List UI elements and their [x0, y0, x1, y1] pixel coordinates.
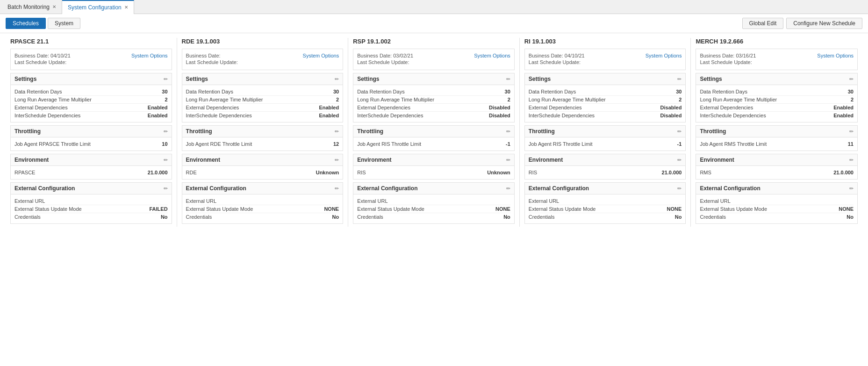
environment-title-3: Environment — [529, 157, 563, 163]
throttling-edit-icon-3[interactable]: ✏ — [677, 129, 681, 135]
schedule-column-3: RI 19.1.003Business Date: 04/10/21System… — [520, 38, 691, 227]
throttling-header-1: Throttling✏ — [182, 126, 343, 137]
settings-row-1-3: InterSchedule DependenciesEnabled — [186, 112, 339, 119]
settings-edit-icon-2[interactable]: ✏ — [506, 76, 510, 82]
settings-edit-icon-4[interactable]: ✏ — [849, 76, 854, 82]
settings-row-2-0: Data Retention Days30 — [357, 88, 510, 96]
external-config-title-1: External Configuration — [186, 185, 246, 192]
throttling-edit-icon-0[interactable]: ✏ — [164, 129, 168, 135]
settings-row-0-1: Long Run Average Time Multiplier2 — [14, 96, 168, 104]
settings-block-0: Settings✏Data Retention Days30Long Run A… — [10, 73, 172, 122]
tab-system-configuration-close[interactable]: ✕ — [124, 5, 128, 10]
settings-title-4: Settings — [700, 76, 722, 82]
external-config-block-2: External Configuration✏External URLExter… — [353, 182, 515, 224]
environment-title-1: Environment — [186, 157, 220, 163]
settings-row-value-3-3: Disabled — [660, 113, 682, 118]
settings-row-0-2: External DependenciesEnabled — [14, 104, 168, 112]
system-options-link-0[interactable]: System Options — [131, 53, 168, 58]
throttling-row-label-3-0: Job Agent RIS Throttle Limit — [529, 141, 593, 147]
schedule-column-2: RSP 19.1.002Business Date: 03/02/21Syste… — [348, 38, 520, 227]
tab-batch-monitoring-close[interactable]: ✕ — [52, 4, 56, 9]
external-config-edit-icon-2[interactable]: ✏ — [506, 186, 510, 192]
settings-row-4-1: Long Run Average Time Multiplier2 — [700, 96, 854, 104]
environment-row-value-2-0: Unknown — [487, 170, 510, 175]
settings-row-label-2-1: Long Run Average Time Multiplier — [357, 97, 434, 102]
environment-row-label-4-0: RMS — [700, 170, 711, 175]
external-config-edit-icon-0[interactable]: ✏ — [164, 186, 168, 192]
settings-row-value-4-0: 30 — [848, 89, 854, 94]
environment-edit-icon-3[interactable]: ✏ — [677, 157, 681, 163]
throttling-edit-icon-4[interactable]: ✏ — [849, 129, 854, 135]
settings-block-1: Settings✏Data Retention Days30Long Run A… — [182, 73, 344, 122]
settings-row-value-1-3: Enabled — [319, 113, 339, 118]
business-date-line-3: Business Date: 04/10/21System Options — [529, 53, 682, 58]
settings-row-value-4-3: Enabled — [833, 113, 854, 118]
environment-block-2: Environment✏RISUnknown — [353, 154, 515, 179]
throttling-edit-icon-1[interactable]: ✏ — [335, 129, 339, 135]
external-config-body-3: External URLExternal Status Update ModeN… — [525, 194, 686, 223]
external-config-row-label-2-0: External URL — [357, 198, 387, 204]
throttling-row-value-2-0: -1 — [506, 141, 510, 147]
throttling-title-1: Throttling — [186, 128, 212, 135]
settings-block-4: Settings✏Data Retention Days30Long Run A… — [696, 73, 858, 122]
external-config-row-value-0-1: FAILED — [149, 206, 167, 212]
system-options-link-3[interactable]: System Options — [646, 53, 682, 58]
last-schedule-update-label-3: Last Schedule Update: — [529, 59, 581, 65]
throttling-block-1: Throttling✏Job Agent RDE Throttle Limit1… — [182, 125, 344, 151]
system-options-link-2[interactable]: System Options — [474, 53, 510, 58]
environment-header-3: Environment✏ — [525, 154, 686, 166]
settings-title-0: Settings — [14, 76, 36, 82]
environment-edit-icon-1[interactable]: ✏ — [335, 157, 339, 163]
settings-row-4-3: InterSchedule DependenciesEnabled — [700, 112, 854, 119]
external-config-edit-icon-1[interactable]: ✏ — [335, 186, 339, 192]
system-button[interactable]: System — [48, 18, 80, 29]
settings-row-label-2-2: External Dependencies — [357, 105, 410, 110]
settings-row-value-3-0: 30 — [676, 89, 681, 94]
settings-title-2: Settings — [357, 76, 379, 82]
toolbar-left: Schedules System — [6, 18, 80, 29]
external-config-row-4-0: External URL — [700, 197, 854, 205]
environment-row-label-3-0: RIS — [529, 170, 537, 175]
toolbar-right: Global Edit Configure New Schedule — [742, 18, 862, 29]
environment-title-4: Environment — [700, 157, 734, 163]
settings-row-value-1-2: Enabled — [319, 105, 339, 110]
configure-new-schedule-button[interactable]: Configure New Schedule — [786, 18, 862, 29]
environment-edit-icon-2[interactable]: ✏ — [506, 157, 510, 163]
tab-system-configuration[interactable]: System Configuration ✕ — [62, 0, 134, 14]
external-config-row-2-2: CredentialsNo — [357, 213, 510, 221]
tab-batch-monitoring[interactable]: Batch Monitoring ✕ — [2, 0, 62, 14]
settings-edit-icon-3[interactable]: ✏ — [677, 76, 681, 82]
environment-edit-icon-0[interactable]: ✏ — [164, 157, 168, 163]
column-title-4: MERCH 19.2.666 — [696, 38, 858, 45]
settings-row-value-2-0: 30 — [505, 89, 510, 94]
column-title-1: RDE 19.1.003 — [182, 38, 344, 45]
settings-row-label-4-0: Data Retention Days — [700, 89, 747, 94]
system-options-link-1[interactable]: System Options — [303, 53, 339, 58]
settings-row-label-4-3: InterSchedule Dependencies — [700, 113, 766, 118]
environment-edit-icon-4[interactable]: ✏ — [849, 157, 854, 163]
external-config-edit-icon-4[interactable]: ✏ — [849, 186, 854, 192]
business-date-label-0: Business Date: 04/10/21 — [14, 53, 71, 58]
settings-row-label-3-1: Long Run Average Time Multiplier — [529, 97, 606, 102]
settings-edit-icon-0[interactable]: ✏ — [164, 76, 168, 82]
settings-edit-icon-1[interactable]: ✏ — [335, 76, 339, 82]
business-date-label-2: Business Date: 03/02/21 — [357, 53, 413, 58]
environment-header-0: Environment✏ — [11, 154, 172, 166]
toolbar: Schedules System Global Edit Configure N… — [0, 14, 868, 33]
settings-row-label-0-3: InterSchedule Dependencies — [14, 113, 80, 118]
throttling-row-0-0: Job Agent RPASCE Throttle Limit10 — [14, 140, 168, 148]
global-edit-button[interactable]: Global Edit — [742, 18, 784, 29]
settings-row-2-1: Long Run Average Time Multiplier2 — [357, 96, 510, 104]
throttling-header-4: Throttling✏ — [696, 126, 857, 137]
schedules-button[interactable]: Schedules — [6, 18, 46, 29]
external-config-edit-icon-3[interactable]: ✏ — [677, 186, 681, 192]
column-title-0: RPASCE 21.1 — [10, 38, 172, 45]
throttling-row-value-0-0: 10 — [162, 141, 167, 147]
throttling-row-label-0-0: Job Agent RPASCE Throttle Limit — [14, 141, 91, 147]
system-options-link-4[interactable]: System Options — [817, 53, 854, 58]
throttling-edit-icon-2[interactable]: ✏ — [506, 129, 510, 135]
last-schedule-update-label-1: Last Schedule Update: — [186, 59, 238, 65]
external-config-row-2-0: External URL — [357, 197, 510, 205]
external-config-row-label-2-1: External Status Update Mode — [357, 206, 424, 212]
settings-row-value-2-3: Disabled — [489, 113, 510, 118]
